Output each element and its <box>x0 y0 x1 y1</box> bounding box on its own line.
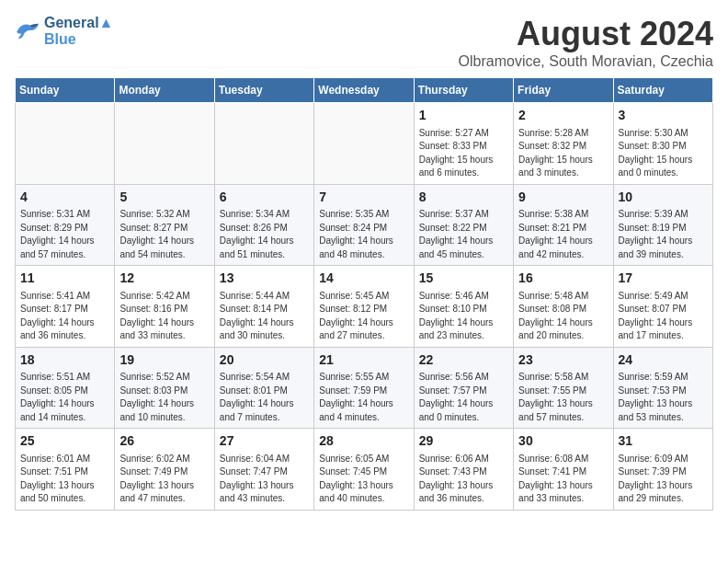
calendar-subtitle: Olbramovice, South Moravian, Czechia <box>459 53 713 70</box>
day-info: Sunrise: 6:08 AM Sunset: 7:41 PM Dayligh… <box>518 453 608 506</box>
calendar-title: August 2024 <box>459 15 713 53</box>
day-number: 29 <box>419 432 508 451</box>
calendar-cell: 25Sunrise: 6:01 AM Sunset: 7:51 PM Dayli… <box>16 429 115 511</box>
day-info: Sunrise: 5:32 AM Sunset: 8:27 PM Dayligh… <box>119 208 209 261</box>
calendar-cell: 22Sunrise: 5:56 AM Sunset: 7:57 PM Dayli… <box>414 347 513 429</box>
day-number: 21 <box>319 351 408 370</box>
calendar-cell: 30Sunrise: 6:08 AM Sunset: 7:41 PM Dayli… <box>514 429 613 511</box>
col-wednesday: Wednesday <box>314 78 414 103</box>
calendar-cell: 18Sunrise: 5:51 AM Sunset: 8:05 PM Dayli… <box>16 347 115 429</box>
day-info: Sunrise: 5:30 AM Sunset: 8:30 PM Dayligh… <box>619 127 708 180</box>
calendar-header: Sunday Monday Tuesday Wednesday Thursday… <box>16 78 713 103</box>
day-info: Sunrise: 5:48 AM Sunset: 8:08 PM Dayligh… <box>518 290 608 343</box>
day-number: 10 <box>619 189 708 207</box>
calendar-cell: 7Sunrise: 5:35 AM Sunset: 8:24 PM Daylig… <box>314 184 414 266</box>
day-info: Sunrise: 5:28 AM Sunset: 8:32 PM Dayligh… <box>518 127 608 180</box>
day-info: Sunrise: 5:55 AM Sunset: 7:59 PM Dayligh… <box>319 371 408 424</box>
calendar-cell: 27Sunrise: 6:04 AM Sunset: 7:47 PM Dayli… <box>214 429 313 511</box>
calendar-title-block: August 2024 Olbramovice, South Moravian,… <box>459 15 713 70</box>
day-number: 14 <box>319 270 408 288</box>
day-number: 30 <box>518 432 608 451</box>
day-info: Sunrise: 6:01 AM Sunset: 7:51 PM Dayligh… <box>20 453 109 506</box>
col-monday: Monday <box>115 78 214 103</box>
calendar-cell: 12Sunrise: 5:42 AM Sunset: 8:16 PM Dayli… <box>115 266 214 348</box>
day-number: 31 <box>619 432 708 451</box>
day-info: Sunrise: 5:41 AM Sunset: 8:17 PM Dayligh… <box>20 290 109 343</box>
day-info: Sunrise: 5:51 AM Sunset: 8:05 PM Dayligh… <box>20 371 109 424</box>
day-info: Sunrise: 5:52 AM Sunset: 8:03 PM Dayligh… <box>119 371 209 424</box>
calendar-cell <box>16 103 115 185</box>
day-number: 7 <box>319 189 408 207</box>
day-number: 20 <box>220 351 309 370</box>
calendar-cell: 10Sunrise: 5:39 AM Sunset: 8:19 PM Dayli… <box>613 184 712 266</box>
calendar-cell <box>214 103 313 185</box>
day-info: Sunrise: 5:54 AM Sunset: 8:01 PM Dayligh… <box>220 371 309 424</box>
calendar-table: Sunday Monday Tuesday Wednesday Thursday… <box>15 77 713 511</box>
calendar-cell: 14Sunrise: 5:45 AM Sunset: 8:12 PM Dayli… <box>314 266 414 348</box>
day-number: 12 <box>119 270 209 288</box>
col-friday: Friday <box>514 78 613 103</box>
col-tuesday: Tuesday <box>214 78 313 103</box>
day-number: 11 <box>20 270 109 288</box>
calendar-cell: 24Sunrise: 5:59 AM Sunset: 7:53 PM Dayli… <box>613 347 712 429</box>
calendar-cell <box>314 103 414 185</box>
day-info: Sunrise: 5:39 AM Sunset: 8:19 PM Dayligh… <box>619 208 708 261</box>
logo-text: General▲ Blue <box>44 15 113 48</box>
day-number: 8 <box>419 189 508 207</box>
day-info: Sunrise: 5:38 AM Sunset: 8:21 PM Dayligh… <box>518 208 608 261</box>
day-number: 13 <box>220 270 309 288</box>
day-number: 2 <box>518 107 608 125</box>
day-number: 9 <box>518 189 608 207</box>
calendar-cell: 23Sunrise: 5:58 AM Sunset: 7:55 PM Dayli… <box>514 347 613 429</box>
calendar-cell: 15Sunrise: 5:46 AM Sunset: 8:10 PM Dayli… <box>414 266 513 348</box>
day-info: Sunrise: 5:58 AM Sunset: 7:55 PM Dayligh… <box>518 371 608 424</box>
calendar-cell: 16Sunrise: 5:48 AM Sunset: 8:08 PM Dayli… <box>514 266 613 348</box>
calendar-cell: 26Sunrise: 6:02 AM Sunset: 7:49 PM Dayli… <box>115 429 214 511</box>
day-info: Sunrise: 5:56 AM Sunset: 7:57 PM Dayligh… <box>419 371 508 424</box>
calendar-cell: 8Sunrise: 5:37 AM Sunset: 8:22 PM Daylig… <box>414 184 513 266</box>
day-number: 6 <box>220 189 309 207</box>
day-number: 19 <box>119 351 209 370</box>
day-number: 24 <box>619 351 708 370</box>
col-sunday: Sunday <box>16 78 115 103</box>
day-info: Sunrise: 5:44 AM Sunset: 8:14 PM Dayligh… <box>220 290 309 343</box>
day-info: Sunrise: 5:35 AM Sunset: 8:24 PM Dayligh… <box>319 208 408 261</box>
day-number: 16 <box>518 270 608 288</box>
day-info: Sunrise: 5:37 AM Sunset: 8:22 PM Dayligh… <box>419 208 508 261</box>
day-info: Sunrise: 5:31 AM Sunset: 8:29 PM Dayligh… <box>20 208 109 261</box>
calendar-cell: 2Sunrise: 5:28 AM Sunset: 8:32 PM Daylig… <box>514 103 613 185</box>
calendar-cell: 13Sunrise: 5:44 AM Sunset: 8:14 PM Dayli… <box>214 266 313 348</box>
col-saturday: Saturday <box>613 78 712 103</box>
day-number: 22 <box>419 351 508 370</box>
day-number: 15 <box>419 270 508 288</box>
calendar-row-5: 25Sunrise: 6:01 AM Sunset: 7:51 PM Dayli… <box>16 429 713 511</box>
header-row: Sunday Monday Tuesday Wednesday Thursday… <box>16 78 713 103</box>
calendar-cell: 21Sunrise: 5:55 AM Sunset: 7:59 PM Dayli… <box>314 347 414 429</box>
day-info: Sunrise: 6:02 AM Sunset: 7:49 PM Dayligh… <box>119 453 209 506</box>
col-thursday: Thursday <box>414 78 513 103</box>
day-number: 18 <box>20 351 109 370</box>
day-number: 25 <box>20 432 109 451</box>
day-info: Sunrise: 5:42 AM Sunset: 8:16 PM Dayligh… <box>119 290 209 343</box>
calendar-cell: 31Sunrise: 6:09 AM Sunset: 7:39 PM Dayli… <box>613 429 712 511</box>
day-info: Sunrise: 6:05 AM Sunset: 7:45 PM Dayligh… <box>319 453 408 506</box>
calendar-cell: 19Sunrise: 5:52 AM Sunset: 8:03 PM Dayli… <box>115 347 214 429</box>
page-header: General▲ Blue August 2024 Olbramovice, S… <box>15 15 713 70</box>
day-info: Sunrise: 5:46 AM Sunset: 8:10 PM Dayligh… <box>419 290 508 343</box>
day-number: 28 <box>319 432 408 451</box>
calendar-row-2: 4Sunrise: 5:31 AM Sunset: 8:29 PM Daylig… <box>16 184 713 266</box>
calendar-body: 1Sunrise: 5:27 AM Sunset: 8:33 PM Daylig… <box>16 103 713 511</box>
day-info: Sunrise: 6:04 AM Sunset: 7:47 PM Dayligh… <box>220 453 309 506</box>
calendar-cell: 29Sunrise: 6:06 AM Sunset: 7:43 PM Dayli… <box>414 429 513 511</box>
day-info: Sunrise: 5:59 AM Sunset: 7:53 PM Dayligh… <box>619 371 708 424</box>
day-info: Sunrise: 6:06 AM Sunset: 7:43 PM Dayligh… <box>419 453 508 506</box>
calendar-cell: 9Sunrise: 5:38 AM Sunset: 8:21 PM Daylig… <box>514 184 613 266</box>
calendar-row-4: 18Sunrise: 5:51 AM Sunset: 8:05 PM Dayli… <box>16 347 713 429</box>
logo: General▲ Blue <box>15 15 113 48</box>
day-number: 4 <box>20 189 109 207</box>
calendar-cell: 6Sunrise: 5:34 AM Sunset: 8:26 PM Daylig… <box>214 184 313 266</box>
calendar-cell: 11Sunrise: 5:41 AM Sunset: 8:17 PM Dayli… <box>16 266 115 348</box>
day-info: Sunrise: 6:09 AM Sunset: 7:39 PM Dayligh… <box>619 453 708 506</box>
calendar-cell: 28Sunrise: 6:05 AM Sunset: 7:45 PM Dayli… <box>314 429 414 511</box>
day-info: Sunrise: 5:45 AM Sunset: 8:12 PM Dayligh… <box>319 290 408 343</box>
